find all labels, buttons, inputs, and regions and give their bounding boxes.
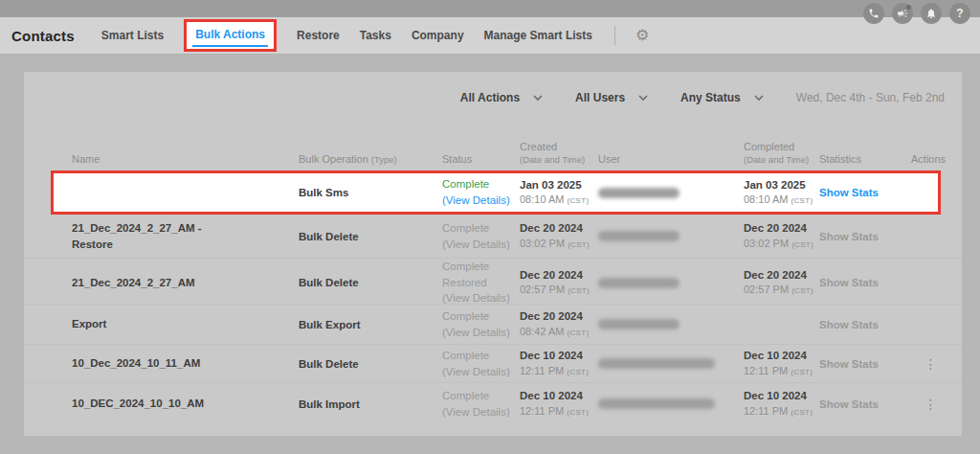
- row-created: Dec 20 2024 02:57 PM (CST): [520, 267, 598, 299]
- redacted-user-name: [598, 319, 679, 329]
- completed-date: Dec 10 2024: [744, 388, 819, 404]
- col-header-actions: Actions: [911, 153, 950, 165]
- created-timezone: (CST): [567, 408, 589, 417]
- settings-gear-icon[interactable]: ⚙: [635, 28, 649, 43]
- row-status: Complete Restored (View Details): [442, 259, 520, 306]
- contacts-tab-bar: Contacts Smart Lists Bulk Actions Restor…: [0, 17, 980, 55]
- row-name: 10_Dec_2024_10_11_AM: [72, 355, 223, 372]
- completed-date: Dec 10 2024: [744, 348, 819, 364]
- completed-date: Dec 20 2024: [744, 267, 819, 284]
- tab-tasks[interactable]: Tasks: [360, 29, 391, 42]
- show-stats-link[interactable]: Show Stats: [819, 231, 879, 242]
- row-user: [598, 319, 744, 329]
- created-time: 08:10 AM: [520, 193, 564, 205]
- col-header-completed: Completed (Date and Time): [744, 141, 819, 165]
- row-user: [598, 358, 744, 369]
- phone-button[interactable]: [863, 3, 884, 24]
- view-details-link[interactable]: (View Details): [442, 325, 520, 341]
- created-date: Dec 10 2024: [520, 388, 598, 404]
- row-created: Dec 10 2024 12:11 PM (CST): [520, 348, 598, 379]
- row-menu-kebab-icon[interactable]: ⋮: [924, 397, 939, 412]
- completed-time: 02:57 PM: [744, 284, 789, 295]
- phone-icon: [868, 8, 880, 19]
- redacted-user-name: [598, 231, 679, 241]
- created-date: Jan 03 2025: [520, 177, 598, 193]
- redacted-user-name: [598, 278, 679, 288]
- table-row[interactable]: Export Bulk Export Complete (View Detail…: [24, 305, 962, 345]
- notifications-button[interactable]: [921, 3, 942, 24]
- completed-timezone: (CST): [791, 240, 813, 249]
- status-filter-dropdown[interactable]: Any Status: [680, 91, 764, 104]
- table-body: Bulk Sms Complete (View Details) Jan 03 …: [24, 170, 962, 424]
- created-date: Dec 10 2024: [520, 348, 598, 364]
- status-filter-label: Any Status: [680, 91, 741, 104]
- tab-restore[interactable]: Restore: [297, 29, 340, 42]
- row-user: [598, 188, 744, 198]
- row-user: [598, 398, 744, 409]
- row-menu-kebab-icon[interactable]: ⋮: [924, 356, 939, 372]
- row-completed: Dec 20 2024 02:57 PM (CST): [744, 267, 819, 299]
- tab-bulk-actions[interactable]: Bulk Actions: [184, 19, 277, 52]
- megaphone-icon: [897, 8, 908, 19]
- row-completed: Jan 03 2025 08:10 AM (CST): [744, 177, 819, 209]
- completed-timezone: (CST): [791, 408, 813, 417]
- view-details-link[interactable]: (View Details): [442, 237, 520, 253]
- row-status: Complete (View Details): [442, 220, 520, 252]
- col-header-created-sub: (Date and Time): [520, 154, 598, 165]
- view-details-link[interactable]: (View Details): [442, 364, 520, 380]
- divider: [614, 26, 615, 45]
- row-completed: Dec 20 2024 03:02 PM (CST): [744, 220, 819, 252]
- status-text: Complete: [442, 388, 520, 404]
- bulk-actions-panel: All Actions All Users Any Status Wed, De…: [24, 72, 962, 436]
- row-name: Export: [72, 316, 223, 332]
- tab-company[interactable]: Company: [412, 29, 464, 42]
- created-time: 02:57 PM: [520, 284, 565, 295]
- show-stats-link[interactable]: Show Stats: [819, 187, 879, 198]
- created-time: 12:11 PM: [520, 365, 564, 376]
- table-row[interactable]: 10_DEC_2024_10_10_AM Bulk Import Complet…: [24, 383, 962, 424]
- completed-time: 03:02 PM: [744, 238, 789, 249]
- view-details-link[interactable]: (View Details): [442, 404, 520, 420]
- view-details-link[interactable]: (View Details): [442, 193, 520, 209]
- table-row[interactable]: 21_Dec_2024_2_27_AM Bulk Delete Complete…: [24, 259, 962, 305]
- tab-smart-lists[interactable]: Smart Lists: [101, 29, 164, 42]
- show-stats-link[interactable]: Show Stats: [819, 398, 879, 410]
- completed-time: 08:10 AM: [744, 193, 788, 205]
- view-details-link[interactable]: (View Details): [442, 290, 520, 306]
- row-status: Complete (View Details): [442, 388, 520, 420]
- bell-icon: [925, 8, 937, 19]
- table-header-row: Name Bulk Operation (Type) Status Create…: [24, 141, 962, 165]
- row-completed: Dec 10 2024 12:11 PM (CST): [744, 388, 819, 420]
- users-filter-dropdown[interactable]: All Users: [575, 91, 648, 104]
- status-secondary-text: Restored: [442, 275, 520, 291]
- row-name: 21_Dec_2024_2_27_AM: [72, 275, 223, 291]
- status-text: Complete: [442, 220, 520, 237]
- chevron-down-icon: [638, 93, 648, 102]
- redacted-user-name: [598, 188, 679, 198]
- table-row-highlighted[interactable]: Bulk Sms Complete (View Details) Jan 03 …: [51, 170, 941, 215]
- announcements-button[interactable]: [892, 3, 913, 24]
- col-header-created-label: Created: [520, 141, 557, 152]
- table-row[interactable]: 10_Dec_2024_10_11_AM Bulk Delete Complet…: [24, 345, 962, 383]
- date-range-picker[interactable]: Wed, Dec 4th - Sun, Feb 2nd: [796, 91, 945, 104]
- show-stats-link[interactable]: Show Stats: [819, 358, 879, 370]
- created-timezone: (CST): [568, 196, 590, 205]
- row-status: Complete (View Details): [442, 176, 520, 208]
- col-header-operation-label: Bulk Operation: [299, 153, 368, 165]
- show-stats-link[interactable]: Show Stats: [819, 277, 879, 288]
- actions-filter-label: All Actions: [460, 91, 520, 104]
- created-timezone: (CST): [567, 368, 589, 376]
- col-header-created: Created (Date and Time): [520, 141, 598, 165]
- help-button[interactable]: ?: [949, 3, 970, 24]
- completed-timezone: (CST): [791, 368, 813, 376]
- users-filter-label: All Users: [575, 91, 625, 104]
- created-time: 03:02 PM: [520, 238, 565, 249]
- notification-dot: [906, 5, 911, 10]
- page-title: Contacts: [11, 28, 75, 44]
- tab-manage-smart-lists[interactable]: Manage Smart Lists: [484, 29, 592, 42]
- redacted-user-name: [598, 358, 715, 369]
- created-date: Dec 20 2024: [520, 220, 598, 237]
- table-row[interactable]: 21_Dec_2024_2_27_AM - Restore Bulk Delet…: [24, 215, 962, 259]
- show-stats-link[interactable]: Show Stats: [819, 319, 879, 330]
- actions-filter-dropdown[interactable]: All Actions: [460, 91, 543, 104]
